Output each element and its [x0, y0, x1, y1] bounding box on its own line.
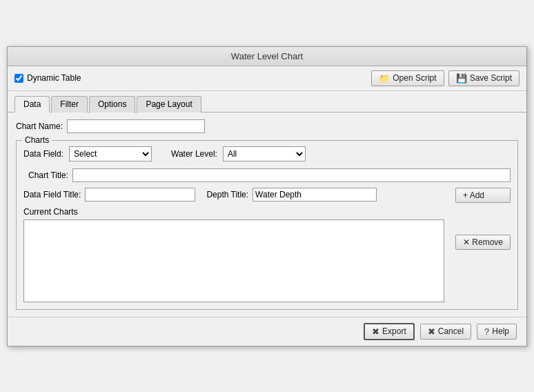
data-field-title-label: Data Field Title:: [23, 190, 81, 199]
tab-page-layout[interactable]: Page Layout: [137, 96, 201, 112]
export-button[interactable]: ✖ Export: [364, 323, 415, 340]
titles-row: Data Field Title: Depth Title:: [23, 188, 444, 202]
export-icon: ✖: [372, 326, 379, 337]
tab-bar: Data Filter Options Page Layout: [8, 91, 526, 112]
charts-group-box: Charts Data Field: Select Water Level: A…: [16, 140, 518, 310]
cancel-icon: ✖: [428, 326, 435, 337]
water-level-select[interactable]: All: [223, 146, 306, 161]
title-bar: Water Level Chart: [8, 47, 526, 66]
tab-options[interactable]: Options: [89, 96, 135, 112]
help-button[interactable]: ? Help: [477, 324, 517, 340]
charts-area-row: [23, 219, 444, 302]
save-script-label: Save Script: [470, 73, 512, 83]
title-bar-text: Water Level Chart: [231, 51, 303, 61]
titles-fields: Data Field Title: Depth Title: Current C…: [23, 188, 444, 302]
chart-title-input[interactable]: [72, 168, 511, 182]
chart-title-label: Chart Title:: [23, 170, 68, 180]
data-field-title-input[interactable]: [85, 188, 195, 202]
help-icon: ?: [484, 326, 489, 337]
current-charts-listbox[interactable]: [23, 219, 444, 302]
toolbar-buttons: 📁 Open Script 💾 Save Script: [371, 70, 520, 86]
footer: ✖ Export ✖ Cancel ? Help: [8, 317, 526, 346]
current-charts-label: Current Charts: [23, 207, 444, 217]
save-script-icon: 💾: [456, 73, 467, 84]
cancel-label: Cancel: [438, 326, 464, 336]
depth-title-label: Depth Title:: [206, 190, 248, 199]
toolbar: Dynamic Table 📁 Open Script 💾 Save Scrip…: [8, 66, 526, 91]
remove-button[interactable]: ✕ Remove: [455, 235, 511, 250]
open-script-label: Open Script: [393, 73, 436, 83]
data-field-select[interactable]: Select: [69, 146, 152, 161]
add-button-label: + Add: [463, 190, 484, 200]
dynamic-table-label: Dynamic Table: [27, 73, 81, 83]
tab-data[interactable]: Data: [14, 96, 50, 112]
chart-name-label: Chart Name:: [16, 121, 63, 131]
chart-title-row: Chart Title:: [23, 168, 511, 182]
open-script-icon: 📁: [379, 73, 390, 84]
data-field-label: Data Field:: [23, 149, 63, 159]
dynamic-table-checkbox[interactable]: [14, 74, 23, 83]
chart-name-row: Chart Name:: [16, 119, 518, 133]
dialog-window: Water Level Chart Dynamic Table 📁 Open S…: [7, 46, 527, 346]
remove-button-label: ✕ Remove: [463, 237, 503, 247]
titles-and-add-row: Data Field Title: Depth Title: Current C…: [23, 188, 511, 302]
save-script-button[interactable]: 💾 Save Script: [448, 70, 520, 86]
open-script-button[interactable]: 📁 Open Script: [371, 70, 444, 86]
side-buttons: + Add ✕ Remove: [455, 188, 511, 250]
depth-title-input[interactable]: [253, 188, 377, 202]
chart-name-input[interactable]: [67, 119, 205, 133]
water-level-label: Water Level:: [171, 149, 217, 159]
dynamic-table-checkbox-label[interactable]: Dynamic Table: [14, 73, 81, 83]
help-label: Help: [492, 326, 509, 336]
current-charts-section: Current Charts: [23, 207, 444, 302]
tab-content: Chart Name: Charts Data Field: Select Wa…: [8, 112, 526, 317]
charts-group-legend: Charts: [22, 135, 52, 145]
cancel-button[interactable]: ✖ Cancel: [420, 324, 471, 340]
data-field-row: Data Field: Select Water Level: All: [23, 146, 511, 161]
export-label: Export: [382, 326, 406, 336]
tab-filter[interactable]: Filter: [51, 96, 88, 112]
add-button[interactable]: + Add: [455, 188, 511, 203]
